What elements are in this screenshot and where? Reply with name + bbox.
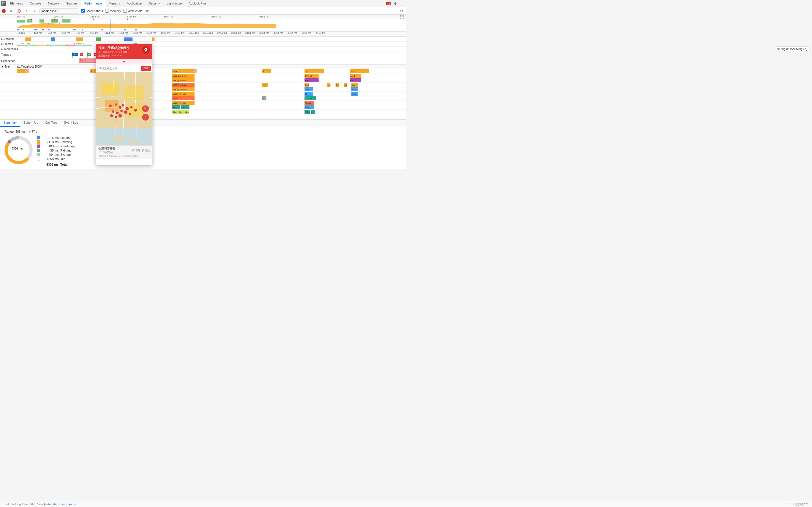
ans-bar[interactable]: (a...s) — [305, 101, 314, 105]
error-badge[interactable]: 16 — [386, 2, 391, 5]
bottom-tab-bar: Summary Bottom-Up Call Tree Event Log — [0, 120, 406, 127]
legend-label-rendering: Rendering — [60, 145, 75, 148]
tab-elements[interactable]: Elements — [7, 0, 27, 7]
s-bar[interactable]: s — [311, 110, 315, 114]
funll-bar[interactable]: Fun...ll — [305, 78, 319, 82]
ee-bar[interactable]: e...e — [351, 92, 358, 96]
tab-adblock[interactable]: Adblock Plus — [185, 0, 210, 7]
more-icon[interactable]: ⋮ — [399, 1, 405, 6]
svg-rect-10 — [127, 18, 128, 20]
anon2-bar[interactable]: f...ad — [305, 83, 309, 87]
tab-bottom-up[interactable]: Bottom-Up — [20, 120, 42, 127]
main-collapse-icon[interactable]: ▼ — [1, 65, 4, 68]
task-bar-task3[interactable]: Task — [350, 69, 369, 73]
web-vitals-checkbox[interactable]: Web Vitals — [123, 9, 142, 13]
te-bar[interactable]: TE... — [305, 110, 310, 114]
task-bar-1[interactable]: T... — [17, 69, 26, 73]
value-bar[interactable]: value — [172, 96, 195, 100]
task-bar-task[interactable]: Task — [172, 69, 195, 73]
bs2-bar[interactable]: Bs... — [178, 110, 184, 114]
eval-script-bar[interactable]: Evaluate Scri... — [172, 74, 195, 78]
tab-lighthouse[interactable]: Lighthouse — [163, 0, 185, 7]
anon5b-bar[interactable]: (anonymous) — [172, 87, 195, 91]
capture-settings-button[interactable]: ⚙ — [399, 8, 404, 14]
fade-bar[interactable]: (...) — [262, 83, 268, 87]
legend-row-rendering: 103 ms Rendering — [37, 145, 75, 148]
svg-point-41 — [130, 106, 133, 108]
record-button[interactable] — [2, 9, 6, 13]
icb-bar[interactable]: i.cb — [305, 87, 313, 91]
svg-rect-7 — [31, 18, 32, 20]
evad-bar[interactable]: Ev...ad — [305, 74, 319, 78]
anon7-bar[interactable]: (anonymous) — [172, 101, 195, 105]
nz-bar[interactable]: NZ — [262, 96, 266, 100]
cb-bar[interactable]: cb — [305, 92, 313, 96]
anon5-bar[interactable]: (a... — [344, 83, 347, 87]
tab-performance[interactable]: Performance — [81, 0, 105, 7]
anon4-bar[interactable]: (... — [336, 83, 339, 87]
settings-icon[interactable]: ⚙ — [393, 1, 398, 6]
timings-track-content: DCL L FP FCP LCP — [17, 52, 406, 58]
bs-bar[interactable]: Bs... — [172, 110, 177, 114]
clear-button[interactable]: 🚫 — [16, 8, 21, 14]
interactions-track-label[interactable]: ▶ Interactions — [0, 48, 17, 51]
jsonp-bar[interactable]: JSONP....pute — [172, 83, 195, 87]
ktql-bar[interactable]: kt.qL — [305, 105, 314, 109]
tab-summary[interactable]: Summary — [0, 120, 20, 127]
svg-rect-0 — [2, 2, 5, 5]
tab-network[interactable]: Network — [45, 0, 63, 7]
anon6-bar[interactable]: (a... — [351, 83, 358, 87]
popup-search-input[interactable] — [97, 66, 140, 71]
se-bar[interactable]: se... — [181, 105, 190, 109]
tab-security[interactable]: Security — [145, 0, 163, 7]
task-bar-t3[interactable]: T... — [262, 69, 271, 73]
bf-bar[interactable]: B...f — [351, 87, 358, 91]
tab-memory[interactable]: Memory — [105, 0, 123, 7]
svg-rect-6 — [62, 19, 70, 22]
legend-ms-idle: 1558 ms — [42, 157, 59, 161]
cnta-bar[interactable]: Cn...ta — [305, 96, 316, 100]
popup-header: 深圳二手房成交参考价 截止当前共发布 3595 个楼盘 最后更新于: 2022.… — [96, 44, 152, 59]
frames-track-label[interactable]: ▶ Frames — [0, 43, 17, 46]
svg-text:📍: 📍 — [144, 115, 147, 119]
svg-point-38 — [119, 106, 121, 109]
tab-event-log[interactable]: Event Log — [61, 120, 82, 127]
anon3-bar[interactable]: (... — [327, 83, 331, 87]
svg-rect-22 — [124, 29, 126, 31]
clear-recording-button[interactable]: 🗑 — [145, 8, 150, 14]
anon6b-bar[interactable]: (anonymous) — [172, 92, 195, 96]
full-bar[interactable]: Fu...l — [350, 78, 361, 82]
svg-rect-55 — [96, 128, 152, 145]
network-track-label[interactable]: ▶ Network — [0, 38, 17, 41]
screenshots-strip: 364 ms 1364 ms 2364 ms 3364 ms 4364 ms 5… — [0, 15, 406, 32]
time-ruler: -36 ms 164 ms 364 ms 564 ms 764 ms 964 m… — [0, 32, 406, 37]
upload-button[interactable]: ↑ — [24, 8, 29, 14]
legend-label-loading: Loading — [60, 136, 71, 139]
svg-rect-21 — [101, 29, 103, 31]
dr-bar[interactable]: dr... — [185, 110, 189, 114]
popup-last-update: 最后更新于: 2022.04.25 — [98, 54, 130, 57]
footer-low: 行情低 — [142, 149, 150, 152]
he-bar[interactable]: He... — [172, 105, 181, 109]
svg-rect-9 — [93, 18, 94, 20]
tab-sources[interactable]: Sources — [63, 0, 81, 7]
anon-bar[interactable]: (anonymous) — [172, 78, 195, 82]
summary-legend: 8 ms Loading 2118 ms Scripting 103 ms Re… — [37, 136, 75, 166]
legend-row-total: 4306 ms Total — [37, 162, 75, 166]
download-button[interactable]: ↓ — [32, 8, 37, 14]
memory-checkbox[interactable]: Memory — [105, 9, 121, 13]
adbar[interactable]: A...d — [350, 74, 361, 78]
popup-search-button[interactable]: 搜索 — [141, 66, 151, 71]
task-bar-task2[interactable]: Task — [305, 69, 324, 73]
refresh-button[interactable]: ↻ — [8, 8, 13, 14]
tab-application[interactable]: Application — [123, 0, 146, 7]
tab-call-tree[interactable]: Call Tree — [42, 120, 61, 127]
svg-point-30 — [145, 49, 146, 50]
main-thread-header: ▼ Main — http://localhost:3000/ — [0, 64, 406, 69]
timeline-tracks: ▶ Network ▶ Frames 683.3 ms 250.0 ms 516… — [0, 37, 406, 64]
task-bar-task-b[interactable] — [194, 69, 197, 73]
tab-console[interactable]: Console — [27, 0, 45, 7]
task-bar-1b[interactable] — [25, 69, 29, 73]
url-selector[interactable]: localhost #1 — [40, 8, 79, 13]
screenshots-checkbox[interactable]: Screenshots — [81, 9, 103, 13]
